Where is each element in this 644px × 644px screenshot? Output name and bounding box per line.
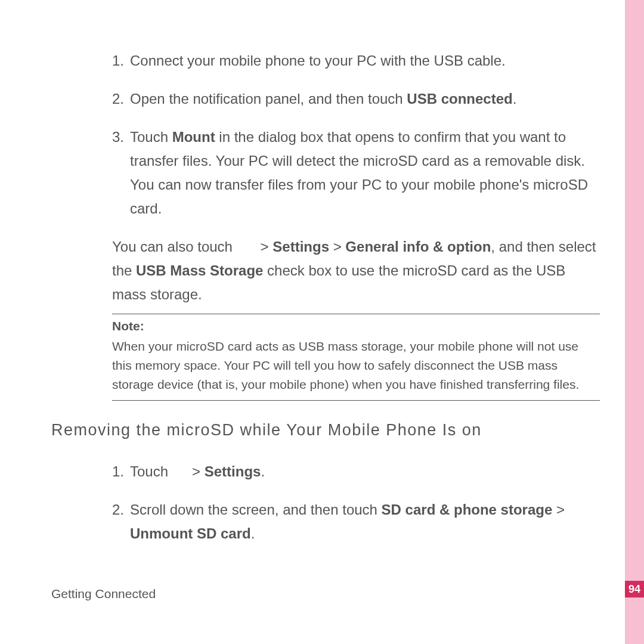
page-number-badge: 94 [625, 581, 644, 597]
page-content: 1. Connect your mobile phone to your PC … [51, 49, 600, 546]
note-label: Note: [112, 319, 600, 333]
step-item: 1. Connect your mobile phone to your PC … [51, 49, 600, 73]
step-item: 3. Touch Mount in the dialog box that op… [51, 125, 600, 221]
step-item: 2. Open the notification panel, and then… [51, 87, 600, 111]
note-block: Note: When your microSD card acts as USB… [112, 314, 600, 401]
step-text: Scroll down the screen, and then touch S… [130, 498, 600, 546]
step-text: Touch > Settings. [130, 460, 600, 484]
step-number: 3. [112, 125, 130, 221]
step-item: 1. Touch > Settings. [51, 460, 600, 484]
side-accent-bar [625, 0, 644, 644]
step-text: Connect your mobile phone to your PC wit… [130, 49, 600, 73]
step-number: 1. [112, 49, 130, 73]
step-text: Touch Mount in the dialog box that opens… [130, 125, 600, 221]
step-text: Open the notification panel, and then to… [130, 87, 600, 111]
section-heading: Removing the microSD while Your Mobile P… [51, 421, 600, 439]
step-number: 2. [112, 498, 130, 546]
step-item: 2. Scroll down the screen, and then touc… [51, 498, 600, 546]
step-number: 1. [112, 460, 130, 484]
sub-paragraph: You can also touch > Settings > General … [51, 235, 600, 306]
note-body: When your microSD card acts as USB mass … [112, 337, 600, 394]
step-number: 2. [112, 87, 130, 111]
footer-section-label: Getting Connected [51, 587, 156, 601]
